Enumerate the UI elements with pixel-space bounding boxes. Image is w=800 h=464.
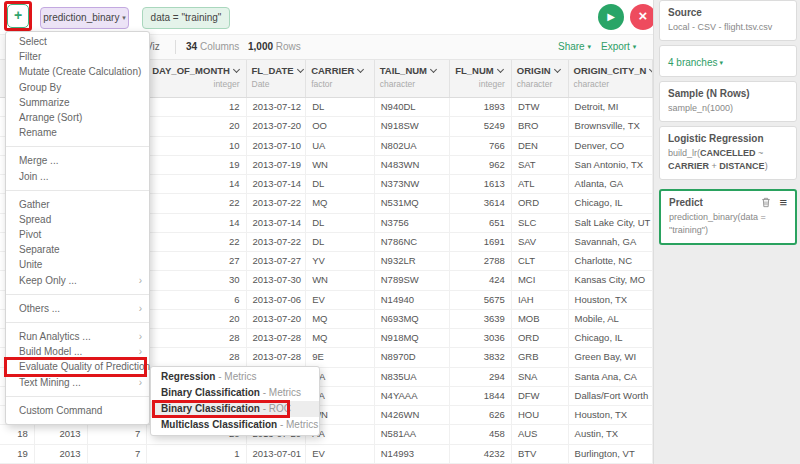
column-header-fl-num[interactable]: FL_NUMinteger [450, 60, 512, 97]
menu-divider [6, 294, 149, 295]
menu-item-separate[interactable]: Separate [6, 242, 149, 257]
predict-card[interactable]: Predict≡prediction_binary(data = "traini… [659, 189, 797, 245]
chevron-down-icon[interactable] [554, 66, 561, 73]
menu-item-join[interactable]: Join ... [6, 169, 149, 184]
command-pill[interactable]: data = "training" [142, 7, 230, 29]
menu-item-label: Filter [19, 51, 41, 62]
source-card[interactable]: SourceLocal - CSV - flight.tsv.csv [659, 0, 797, 41]
table-cell: ORD [512, 329, 569, 347]
sample-n-rows-card[interactable]: Sample (N Rows)sample_n(1000) [659, 81, 797, 122]
trash-icon[interactable] [761, 197, 771, 208]
share-dropdown[interactable]: Share ▾ [558, 41, 591, 52]
chevron-down-icon[interactable] [497, 66, 504, 73]
column-header-carrier[interactable]: CARRIERfactor [306, 60, 375, 97]
menu-item-pivot[interactable]: Pivot [6, 227, 149, 242]
menu-item-filter[interactable]: Filter [6, 49, 149, 64]
menu-item-label: Mutate (Create Calculation) [19, 66, 141, 77]
chevron-right-icon: › [139, 273, 142, 288]
table-cell: 18 [0, 425, 35, 443]
menu-item-group-by[interactable]: Group By [6, 80, 149, 95]
menu-item-label: Run Analytics ... [19, 331, 91, 342]
menu-item-unite[interactable]: Unite [6, 257, 149, 272]
table-cell: DL [306, 98, 375, 116]
table-cell: 20 [147, 310, 246, 328]
menu-item-rename[interactable]: Rename [6, 125, 149, 140]
table-cell: 9E [306, 348, 375, 366]
menu-item-label: Summarize [19, 97, 70, 108]
branches-dropdown[interactable]: 4 branches ▾ [668, 57, 723, 68]
table-cell: DL [306, 233, 375, 251]
table-cell: YV [306, 252, 375, 270]
table-cell: 2013-07-01 [247, 445, 307, 463]
menu-divider [6, 396, 149, 397]
table-cell: 2013-07-20 [247, 310, 307, 328]
table-cell: 5675 [450, 291, 512, 309]
branches-label: 4 branches [668, 57, 717, 68]
menu-item-evaluate-quality-of-prediction[interactable]: Evaluate Quality of Prediction ... [6, 359, 149, 374]
table-cell: 458 [450, 425, 512, 443]
chevron-down-icon[interactable] [357, 66, 364, 73]
table-cell: 3832 [450, 348, 512, 366]
menu-item-label: Custom Command [19, 405, 102, 416]
table-cell: 1613 [450, 175, 512, 193]
table-cell: 28 [147, 348, 246, 366]
menu-item-arrange-sort[interactable]: Arrange (Sort) [6, 110, 149, 125]
run-button[interactable]: ▶ [598, 4, 624, 30]
table-cell: 2013-07-12 [247, 98, 307, 116]
menu-divider [6, 146, 149, 147]
table-cell: 2013-07-14 [247, 175, 307, 193]
submenu-item-rest: - Metrics [215, 371, 256, 382]
submenu-item-multiclass-classification-metrics[interactable]: Multiclass Classification - Metrics [151, 417, 319, 433]
hamburger-menu-icon[interactable]: ≡ [779, 198, 787, 208]
toolbar-divider [175, 40, 176, 54]
table-cell: 424 [450, 271, 512, 289]
table-cell: CLT [512, 252, 569, 270]
table-cell: 962 [450, 156, 512, 174]
table-cell: 2013 [35, 445, 88, 463]
table-cell: N3756 [375, 214, 451, 232]
column-header-day-of-month[interactable]: DAY_OF_MONTHinteger [147, 60, 246, 97]
export-dropdown[interactable]: Export ▾ [601, 41, 636, 52]
submenu-item-binary-classification-metrics[interactable]: Binary Classification - Metrics [151, 385, 319, 401]
chevron-down-icon[interactable] [233, 66, 240, 73]
menu-item-summarize[interactable]: Summarize [6, 95, 149, 110]
menu-item-spread[interactable]: Spread [6, 212, 149, 227]
chevron-down-icon[interactable] [297, 66, 304, 73]
column-header-origin[interactable]: ORIGINcharacter [512, 60, 569, 97]
table-cell: 4232 [450, 445, 512, 463]
table-cell: 2013-07-22 [247, 233, 307, 251]
column-header-tail-num[interactable]: TAIL_NUMcharacter [375, 60, 451, 97]
menu-item-label: Separate [19, 244, 60, 255]
menu-item-gather[interactable]: Gather [6, 197, 149, 212]
column-header-origin-city-n[interactable]: ORIGIN_CITY_Ncharacter [569, 60, 653, 97]
menu-item-custom-command[interactable]: Custom Command [6, 403, 149, 418]
add-step-button[interactable]: + [7, 4, 29, 28]
submenu-item-regression-metrics[interactable]: Regression - Metrics [151, 369, 319, 385]
table-cell: 2013-07-19 [247, 156, 307, 174]
logistic-regression-card[interactable]: Logistic Regressionbuild_lr(CANCELLED ~ … [659, 126, 797, 180]
menu-item-build-model[interactable]: Build Model ...› [6, 344, 149, 359]
menu-item-mutate-create-calculation[interactable]: Mutate (Create Calculation) [6, 64, 149, 79]
menu-item-label: Spread [19, 214, 51, 225]
menu-item-run-analytics[interactable]: Run Analytics ...› [6, 329, 149, 344]
column-header-fl-date[interactable]: FL_DATEDate [247, 60, 307, 97]
menu-item-select[interactable]: Select [6, 34, 149, 49]
menu-item-text-mining[interactable]: Text Mining ...› [6, 375, 149, 390]
table-cell: ATL [512, 175, 569, 193]
table-cell: San Antonio, TX [569, 156, 653, 174]
step-name-pill[interactable]: prediction_binary ▾ [40, 7, 129, 29]
column-name: ORIGIN [517, 65, 551, 76]
menu-item-keep-only[interactable]: Keep Only ...› [6, 273, 149, 288]
table-cell: N14940 [375, 291, 451, 309]
table-cell: 22 [147, 194, 246, 212]
menu-item-merge[interactable]: Merge ... [6, 153, 149, 168]
chevron-down-icon[interactable] [430, 66, 437, 73]
steps-sidebar: SourceLocal - CSV - flight.tsv.csv4 bran… [653, 0, 800, 464]
table-cell: N693MQ [375, 310, 451, 328]
submenu-item-binary-classification-roc[interactable]: Binary Classification - ROC [151, 401, 319, 417]
menu-item-others[interactable]: Others ...› [6, 301, 149, 316]
table-cell: EV [306, 291, 375, 309]
column-type: Date [252, 79, 300, 89]
table-cell: 28 [147, 329, 246, 347]
table-cell: HOU [512, 406, 569, 424]
